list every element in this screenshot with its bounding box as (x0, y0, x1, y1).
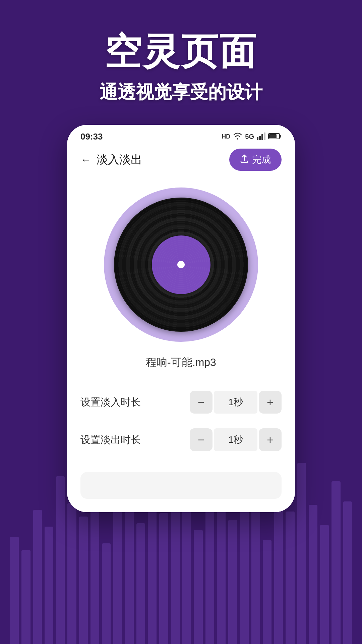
svg-rect-6 (269, 134, 277, 138)
bg-bar (251, 493, 260, 644)
bg-bar (182, 506, 191, 644)
fade-out-plus-button[interactable]: + (259, 428, 282, 451)
svg-rect-3 (264, 132, 265, 140)
nav-bar: ← 淡入淡出 完成 (67, 145, 295, 177)
bg-bar (286, 512, 294, 644)
bg-bar (217, 500, 226, 644)
back-button[interactable]: ← (80, 154, 91, 166)
bg-bar (79, 517, 88, 644)
fade-out-minus-button[interactable]: − (190, 428, 213, 451)
complete-button[interactable]: 完成 (229, 149, 282, 171)
bg-bar (67, 503, 76, 644)
controls-section: 设置淡入时长 − 1秒 + 设置淡出时长 − 1秒 + (67, 380, 295, 469)
wifi-icon (233, 132, 242, 142)
bottom-area (67, 469, 295, 512)
bg-bar (309, 505, 317, 644)
vinyl-outer-ring (104, 187, 258, 342)
fade-out-label: 设置淡出时长 (80, 433, 141, 447)
phone-container: 09:33 HD 5G (0, 125, 362, 512)
bg-bar (90, 490, 99, 644)
status-time: 09:33 (80, 131, 103, 142)
bg-bar (125, 496, 134, 644)
fade-in-minus-button[interactable]: − (190, 391, 213, 414)
bg-bar (45, 527, 53, 644)
network-label: 5G (245, 133, 254, 141)
complete-label: 完成 (252, 153, 271, 166)
svg-rect-2 (261, 134, 263, 140)
phone-mockup: 09:33 HD 5G (67, 125, 295, 512)
signal-icon (257, 132, 265, 141)
fade-out-value: 1秒 (214, 428, 257, 451)
battery-icon (268, 132, 282, 141)
bg-bar (21, 550, 30, 644)
bg-bar (228, 520, 237, 644)
fade-in-value: 1秒 (214, 391, 257, 414)
nav-left: ← 淡入淡出 (80, 152, 142, 167)
status-bar: 09:33 HD 5G (67, 125, 295, 145)
bg-bar (194, 530, 202, 644)
bg-bar (263, 540, 272, 644)
fade-in-row: 设置淡入时长 − 1秒 + (80, 383, 282, 421)
vinyl-area (67, 177, 295, 348)
bottom-hint-bar (80, 472, 282, 499)
svg-rect-1 (259, 136, 261, 140)
vinyl-grooves (114, 198, 248, 332)
svg-rect-0 (257, 137, 258, 140)
fade-in-label: 设置淡入时长 (80, 395, 141, 409)
bg-bar (159, 513, 168, 644)
status-icons: HD 5G (222, 132, 282, 142)
hd-badge: HD (222, 133, 230, 140)
complete-upload-icon (240, 154, 249, 165)
vinyl-record (114, 198, 248, 332)
bg-bar (10, 537, 19, 644)
bg-bar (343, 501, 352, 644)
svg-rect-5 (280, 135, 281, 138)
bg-bar (136, 523, 145, 644)
nav-title: 淡入淡出 (97, 152, 142, 167)
bg-bar (33, 510, 42, 644)
fade-out-row: 设置淡出时长 − 1秒 + (80, 421, 282, 459)
bg-bar (320, 525, 329, 644)
header-section: 空灵页面 通透视觉享受的设计 (0, 0, 362, 105)
track-name: 程响-可能.mp3 (67, 348, 295, 380)
fade-in-input: − 1秒 + (190, 391, 282, 414)
main-title: 空灵页面 (0, 27, 362, 77)
fade-out-input: − 1秒 + (190, 428, 282, 451)
fade-in-plus-button[interactable]: + (259, 391, 282, 414)
bg-bar (102, 543, 111, 644)
sub-title: 通透视觉享受的设计 (0, 80, 362, 105)
